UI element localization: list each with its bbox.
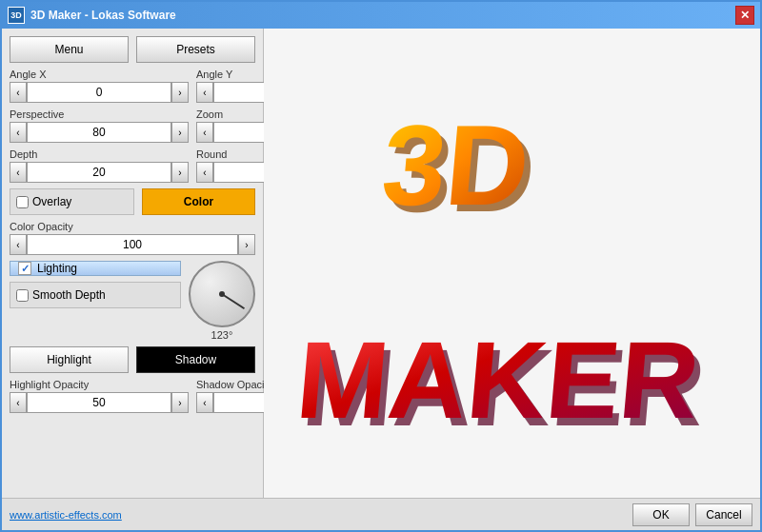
dial-circle bbox=[189, 261, 255, 327]
highlight-opacity-dec[interactable]: ‹ bbox=[10, 392, 27, 413]
highlight-button[interactable]: Highlight bbox=[10, 346, 129, 373]
perspective-group: Perspective ‹ › bbox=[10, 108, 189, 143]
lighting-smooth-left: ✓ Lighting Smooth Depth bbox=[10, 261, 181, 308]
color-opacity-dec[interactable]: ‹ bbox=[10, 234, 27, 255]
app-icon: 3D bbox=[8, 7, 25, 24]
angle-dial[interactable] bbox=[189, 261, 255, 327]
overlay-color-row: Overlay Color bbox=[10, 188, 255, 215]
lighting-checkmark: ✓ bbox=[21, 263, 30, 275]
color-opacity-group: Color Opacity ‹ › bbox=[10, 221, 255, 255]
presets-button[interactable]: Presets bbox=[136, 36, 255, 63]
color-opacity-label: Color Opacity bbox=[10, 221, 255, 232]
angle-x-group: Angle X ‹ › bbox=[10, 69, 189, 103]
preview-panel: 3D 3D MAKER MAKER bbox=[264, 29, 760, 498]
main-window: 3D 3D Maker - Lokas Software ✕ Menu Pres… bbox=[0, 0, 762, 532]
angle-x-inc[interactable]: › bbox=[171, 82, 189, 103]
menu-button[interactable]: Menu bbox=[10, 36, 129, 63]
angle-dial-container: 123° bbox=[189, 261, 255, 341]
left-panel: Menu Presets Angle X ‹ › Angle Y ‹ bbox=[2, 29, 264, 498]
dial-value: 123° bbox=[189, 329, 255, 341]
color-opacity-input[interactable] bbox=[27, 234, 238, 255]
highlight-opacity-group: Highlight Opacity ‹ › bbox=[10, 379, 189, 413]
perspective-inc[interactable]: › bbox=[171, 122, 189, 143]
smooth-depth-checkbox[interactable] bbox=[16, 289, 29, 302]
preview-svg: 3D 3D MAKER MAKER bbox=[284, 45, 741, 483]
overlay-checkbox-label[interactable]: Overlay bbox=[10, 188, 134, 215]
depth-inc[interactable]: › bbox=[171, 162, 189, 183]
depth-group: Depth ‹ › bbox=[10, 148, 189, 183]
overlay-checkbox[interactable] bbox=[16, 196, 29, 208]
color-opacity-inc[interactable]: › bbox=[238, 234, 255, 255]
lighting-button[interactable]: ✓ Lighting bbox=[10, 261, 181, 276]
shadow-button[interactable]: Shadow bbox=[136, 346, 255, 373]
highlight-opacity-label: Highlight Opacity bbox=[10, 379, 189, 390]
depth-label: Depth bbox=[10, 148, 189, 160]
preview-area: 3D 3D MAKER MAKER bbox=[264, 29, 760, 498]
bottom-bar: www.artistic-effects.com OK Cancel bbox=[2, 498, 760, 530]
highlight-opacity-spinner: ‹ › bbox=[10, 392, 189, 413]
opacity-row: Highlight Opacity ‹ › Shadow Opacity ‹ › bbox=[10, 379, 255, 413]
lighting-section: ✓ Lighting Smooth Depth bbox=[10, 261, 255, 341]
angle-row: Angle X ‹ › Angle Y ‹ › bbox=[10, 69, 255, 103]
highlight-shadow-row: Highlight Shadow bbox=[10, 346, 255, 373]
highlight-opacity-inc[interactable]: › bbox=[171, 392, 189, 413]
zoom-dec[interactable]: ‹ bbox=[196, 122, 213, 143]
dial-dot bbox=[219, 291, 225, 297]
perspective-input[interactable] bbox=[27, 122, 171, 143]
angle-x-dec[interactable]: ‹ bbox=[10, 82, 27, 103]
perspective-dec[interactable]: ‹ bbox=[10, 122, 27, 143]
bottom-buttons: OK Cancel bbox=[632, 503, 752, 526]
svg-text:MAKER: MAKER bbox=[291, 319, 704, 441]
perspective-zoom-row: Perspective ‹ › Zoom ‹ › bbox=[10, 108, 255, 143]
title-bar: 3D 3D Maker - Lokas Software ✕ bbox=[2, 2, 760, 29]
color-button[interactable]: Color bbox=[142, 188, 255, 215]
perspective-label: Perspective bbox=[10, 108, 189, 120]
cancel-button[interactable]: Cancel bbox=[695, 503, 752, 526]
title-bar-left: 3D 3D Maker - Lokas Software bbox=[8, 7, 176, 24]
website-link[interactable]: www.artistic-effects.com bbox=[10, 509, 122, 521]
angle-y-dec[interactable]: ‹ bbox=[196, 82, 213, 103]
angle-x-spinner: ‹ › bbox=[10, 82, 189, 103]
svg-text:3D: 3D bbox=[377, 101, 534, 228]
main-content: Menu Presets Angle X ‹ › Angle Y ‹ bbox=[2, 29, 760, 498]
lighting-label: Lighting bbox=[37, 262, 77, 275]
depth-input[interactable] bbox=[27, 162, 171, 183]
shadow-opacity-dec[interactable]: ‹ bbox=[196, 392, 213, 413]
depth-spinner: ‹ › bbox=[10, 162, 189, 183]
ok-button[interactable]: OK bbox=[632, 503, 690, 526]
dial-hand bbox=[221, 293, 245, 309]
lighting-checkbox-display: ✓ bbox=[18, 262, 31, 275]
menu-presets-row: Menu Presets bbox=[10, 36, 255, 63]
color-opacity-spinner: ‹ › bbox=[10, 234, 255, 255]
window-title: 3D Maker - Lokas Software bbox=[30, 9, 176, 22]
round-dec[interactable]: ‹ bbox=[196, 162, 213, 183]
smooth-depth-text: Smooth Depth bbox=[32, 288, 106, 302]
overlay-label: Overlay bbox=[32, 195, 71, 208]
perspective-spinner: ‹ › bbox=[10, 122, 189, 143]
angle-x-input[interactable] bbox=[27, 82, 171, 103]
angle-x-label: Angle X bbox=[10, 69, 189, 80]
highlight-opacity-input[interactable] bbox=[27, 392, 171, 413]
smooth-depth-label[interactable]: Smooth Depth bbox=[10, 282, 181, 308]
depth-round-row: Depth ‹ › Round ‹ › bbox=[10, 148, 255, 183]
close-button[interactable]: ✕ bbox=[735, 6, 754, 25]
depth-dec[interactable]: ‹ bbox=[10, 162, 27, 183]
